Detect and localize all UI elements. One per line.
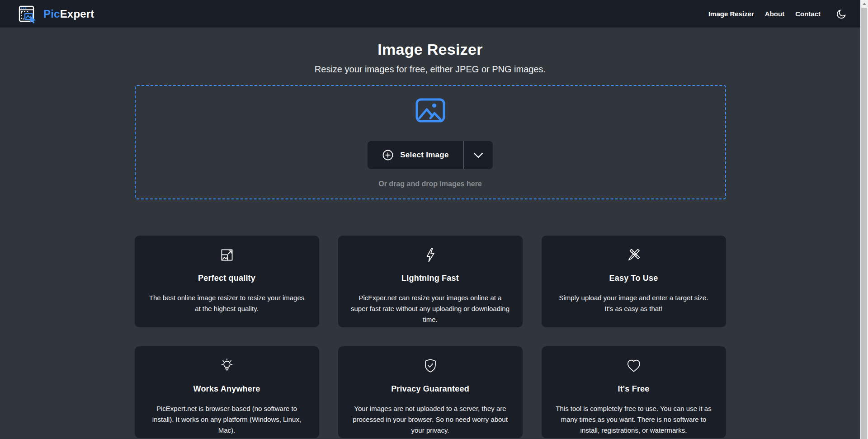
pencil-ruler-icon (554, 245, 713, 265)
feature-card-lightning-fast: Lightning Fast PicExper.net can resize y… (338, 236, 523, 327)
page-subtitle: Resize your images for free, either JPEG… (135, 64, 726, 75)
image-dropzone[interactable]: Select Image Or drag and drop images her… (135, 85, 726, 199)
feature-title: Lightning Fast (351, 274, 510, 283)
plus-circle-icon (382, 149, 394, 161)
dark-mode-toggle[interactable] (836, 9, 847, 19)
select-image-split-button: Select Image (368, 141, 493, 169)
nav-item-image-resizer[interactable]: Image Resizer (708, 10, 754, 18)
feature-card-perfect-quality: Perfect quality The best online image re… (135, 236, 319, 327)
feature-card-works-anywhere: Works Anywhere PicExpert.net is browser-… (135, 346, 319, 438)
feature-title: Works Anywhere (147, 384, 307, 394)
nav-item-contact[interactable]: Contact (795, 10, 821, 18)
nav-item-about[interactable]: About (765, 10, 784, 18)
moon-icon (836, 9, 847, 19)
feature-text: The best online image resizer to resize … (147, 293, 307, 314)
feature-card-easy-to-use: Easy To Use Simply upload your image and… (542, 236, 726, 327)
select-image-button[interactable]: Select Image (368, 141, 463, 169)
feature-text: PicExpert.net is browser-based (no softw… (147, 403, 307, 436)
drag-drop-hint: Or drag and drop images here (378, 180, 482, 188)
nav-links: Image Resizer About Contact (708, 9, 847, 19)
feature-text: PicExper.net can resize your images onli… (351, 293, 510, 325)
brand-name: PicExpert (43, 8, 94, 20)
brand-logo[interactable]: PicExpert (18, 4, 94, 24)
lightbulb-icon (147, 355, 307, 376)
feature-card-privacy-guaranteed: Privacy Guaranteed Your images are not u… (338, 346, 523, 438)
select-image-dropdown-button[interactable] (464, 141, 493, 169)
feature-text: Simply upload your image and enter a tar… (554, 293, 713, 314)
picexpert-logo-icon (18, 4, 38, 24)
feature-title: Privacy Guaranteed (351, 384, 510, 394)
heart-icon (554, 355, 713, 376)
feature-text: This tool is completely free to use. You… (554, 403, 713, 436)
chevron-down-icon (473, 152, 483, 158)
page-title: Image Resizer (135, 41, 726, 58)
scrollbar-up-button[interactable] (860, 0, 868, 8)
vertical-scrollbar[interactable] (860, 0, 868, 439)
feature-text: Your images are not uploaded to a server… (351, 403, 510, 436)
image-placeholder-icon (415, 98, 445, 123)
resize-image-icon (147, 245, 307, 265)
feature-card-its-free: It's Free This tool is completely free t… (542, 346, 726, 438)
scrollbar-thumb[interactable] (861, 8, 867, 439)
select-image-label: Select Image (400, 151, 449, 160)
feature-grid: Perfect quality The best online image re… (135, 236, 726, 438)
shield-check-icon (351, 355, 510, 376)
feature-title: Perfect quality (147, 274, 307, 283)
lightning-icon (351, 245, 510, 265)
feature-title: It's Free (554, 384, 713, 394)
navbar: PicExpert Image Resizer About Contact (0, 0, 860, 28)
feature-title: Easy To Use (554, 274, 713, 283)
